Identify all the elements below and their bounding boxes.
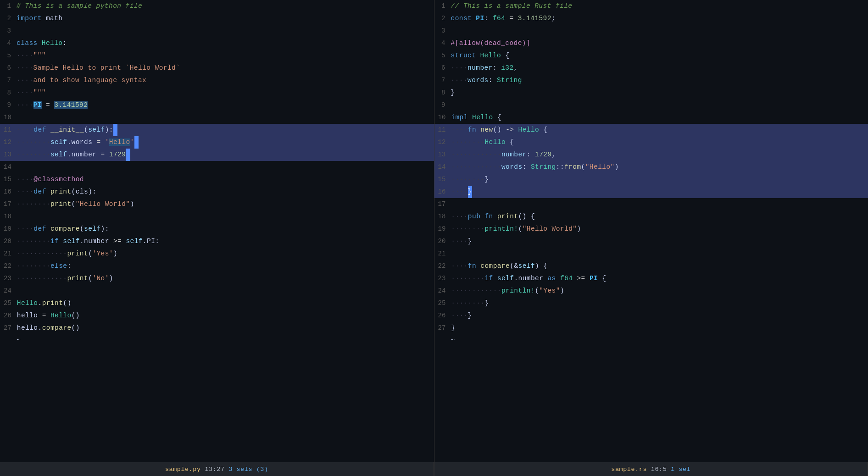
rust-line-20: 20 ····} (434, 235, 868, 248)
rust-line-13: 13 ············number: 1729, (434, 149, 868, 161)
rust-line-27: 27 } (434, 322, 868, 334)
rust-line-15: 15 ········} (434, 173, 868, 186)
rust-code-area[interactable]: 1 // This is a sample Rust file 2 const … (434, 0, 868, 462)
rust-line-25: 25 ········} (434, 297, 868, 310)
rust-line-22: 22 ····fn compare(&self) { (434, 260, 868, 272)
line-3: 3 (0, 25, 434, 37)
rust-line-14: 14 ············words: String::from("Hell… (434, 161, 868, 173)
rust-line-8: 8 } (434, 87, 868, 99)
line-13: 13 ········self.number = 1729 (0, 149, 434, 161)
editor-container: 1 # This is a sample python file 2 impor… (0, 0, 868, 476)
rust-line-10: 10 impl Hello { (434, 111, 868, 124)
right-filename: sample.rs (611, 466, 647, 473)
rust-line-1: 1 // This is a sample Rust file (434, 0, 868, 12)
line-22: 22 ········else: (0, 260, 434, 272)
rust-line-12: 12 ········Hello { (434, 136, 868, 149)
rust-line-17: 17 (434, 198, 868, 210)
left-pane: 1 # This is a sample python file 2 impor… (0, 0, 434, 476)
rust-line-23: 23 ········if self.number as f64 >= PI { (434, 272, 868, 285)
rust-line-26: 26 ····} (434, 310, 868, 322)
line-18: 18 (0, 210, 434, 223)
line-11: 11 ····def __init__(self): (0, 124, 434, 136)
line-tilde-left: ~ (0, 334, 434, 347)
rust-line-24: 24 ············println!("Yes") (434, 285, 868, 297)
python-code-area[interactable]: 1 # This is a sample python file 2 impor… (0, 0, 434, 462)
line-7: 7 ····and to show language syntax (0, 74, 434, 87)
rust-line-21: 21 (434, 248, 868, 260)
right-status-bar: sample.rs 16:5 1 sel (434, 462, 868, 476)
line-20: 20 ········if self.number >= self.PI: (0, 235, 434, 248)
line-19: 19 ····def compare(self): (0, 223, 434, 235)
rust-line-4: 4 #[allow(dead_code)] (434, 37, 868, 50)
rust-line-16: 16 ····} (434, 186, 868, 198)
rust-line-19: 19 ········println!("Hello World") (434, 223, 868, 235)
left-filename: sample.py (165, 466, 201, 473)
line-27: 27 hello.compare() (0, 322, 434, 334)
rust-line-9: 9 (434, 99, 868, 111)
rust-line-6: 6 ····number: i32, (434, 62, 868, 74)
line-5: 5 ····""" (0, 50, 434, 62)
right-pane: 1 // This is a sample Rust file 2 const … (434, 0, 868, 476)
left-status-text: sample.py 13:27 3 sels (3) (165, 466, 268, 473)
line-26: 26 hello = Hello() (0, 310, 434, 322)
right-pos-val: 16:5 (651, 466, 667, 473)
line-23: 23 ············print('No') (0, 272, 434, 285)
line-9: 9 ····PI = 3.141592 (0, 99, 434, 111)
rust-line-3: 3 (434, 25, 868, 37)
line-4: 4 class Hello: (0, 37, 434, 50)
rust-line-5: 5 struct Hello { (434, 50, 868, 62)
line-tilde-right: ~ (434, 334, 868, 347)
line-2: 2 import math (0, 12, 434, 25)
line-16: 16 ····def print(cls): (0, 186, 434, 198)
line-12: 12 ········self.words = 'Hello' (0, 136, 434, 149)
line-24: 24 (0, 285, 434, 297)
rust-line-11: 11 ····fn new() -> Hello { (434, 124, 868, 136)
left-status-bar: sample.py 13:27 3 sels (3) (0, 462, 434, 476)
line-1: 1 # This is a sample python file (0, 0, 434, 12)
left-selections: 3 sels (3) (228, 466, 268, 473)
rust-line-7: 7 ····words: String (434, 74, 868, 87)
line-6: 6 ····Sample Hello to print `Hello World… (0, 62, 434, 74)
rust-line-2: 2 const PI: f64 = 3.141592; (434, 12, 868, 25)
left-status-pane: sample.py 13:27 3 sels (3) (0, 462, 434, 476)
line-14: 14 (0, 161, 434, 173)
line-21: 21 ············print('Yes') (0, 248, 434, 260)
line-8: 8 ····""" (0, 87, 434, 99)
right-status-text: sample.rs 16:5 1 sel (611, 466, 690, 473)
line-15: 15 ····@classmethod (0, 173, 434, 186)
right-selections: 1 sel (671, 466, 690, 473)
rust-line-18: 18 ····pub fn print() { (434, 210, 868, 223)
line-10: 10 (0, 111, 434, 124)
line-25: 25 Hello.print() (0, 297, 434, 310)
left-pos-val: 13:27 (205, 466, 224, 473)
right-status-pane: sample.rs 16:5 1 sel (434, 462, 868, 476)
line-17: 17 ········print("Hello World") (0, 198, 434, 210)
